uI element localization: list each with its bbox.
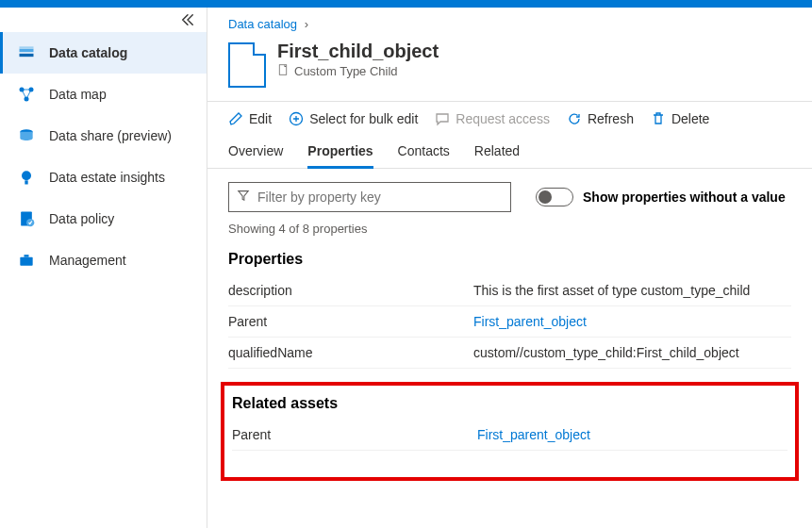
tabs: Overview Properties Contacts Related bbox=[207, 136, 812, 169]
svg-rect-1 bbox=[20, 54, 34, 57]
refresh-button[interactable]: Refresh bbox=[567, 111, 634, 126]
filter-input[interactable] bbox=[257, 190, 503, 205]
policy-icon bbox=[17, 209, 36, 228]
select-bulk-button[interactable]: Select for bulk edit bbox=[289, 111, 418, 126]
sidebar-item-label: Management bbox=[49, 253, 126, 268]
plus-circle-icon bbox=[289, 111, 304, 126]
property-row: ParentFirst_parent_object bbox=[228, 306, 791, 338]
request-access-label: Request access bbox=[456, 111, 550, 126]
type-badge-icon bbox=[277, 64, 289, 78]
svg-rect-0 bbox=[20, 49, 34, 52]
filter-icon bbox=[237, 189, 250, 206]
svg-rect-8 bbox=[25, 180, 27, 184]
trash-icon bbox=[651, 111, 666, 126]
asset-title: First_child_object bbox=[277, 41, 439, 62]
tab-related[interactable]: Related bbox=[474, 143, 520, 168]
sidebar-item-label: Data share (preview) bbox=[49, 128, 172, 143]
chevron-double-left-icon bbox=[181, 13, 194, 29]
property-row: qualifiedNamecustom//custom_type_child:F… bbox=[228, 338, 791, 369]
properties-header: Properties bbox=[228, 251, 791, 268]
property-link[interactable]: First_parent_object bbox=[477, 427, 590, 442]
request-access-button: Request access bbox=[435, 111, 550, 126]
share-icon bbox=[17, 126, 36, 145]
refresh-icon bbox=[567, 111, 582, 126]
svg-rect-12 bbox=[25, 255, 29, 257]
sidebar-item-label: Data map bbox=[49, 87, 107, 102]
filter-input-wrap bbox=[228, 182, 511, 212]
showing-count: Showing 4 of 8 properties bbox=[207, 218, 812, 245]
property-key: Parent bbox=[232, 427, 477, 442]
map-icon bbox=[17, 85, 36, 104]
property-key: description bbox=[228, 283, 473, 298]
tab-properties[interactable]: Properties bbox=[307, 143, 373, 169]
select-bulk-label: Select for bulk edit bbox=[309, 111, 418, 126]
edit-label: Edit bbox=[249, 111, 272, 126]
property-value: This is the first asset of type custom_t… bbox=[473, 283, 791, 298]
breadcrumb-root[interactable]: Data catalog bbox=[228, 17, 297, 31]
property-key: qualifiedName bbox=[228, 345, 473, 360]
sidebar-item-management[interactable]: Management bbox=[0, 239, 207, 281]
main-content: Data catalog › First_child_object Custom… bbox=[207, 8, 812, 528]
svg-point-7 bbox=[22, 171, 31, 180]
svg-rect-11 bbox=[20, 257, 32, 266]
property-row: ParentFirst_parent_object bbox=[232, 420, 787, 451]
sidebar-item-data-policy[interactable]: Data policy bbox=[0, 198, 207, 239]
sidebar-item-data-map[interactable]: Data map bbox=[0, 74, 207, 115]
tab-contacts[interactable]: Contacts bbox=[398, 143, 450, 168]
delete-label: Delete bbox=[671, 111, 709, 126]
tab-overview[interactable]: Overview bbox=[228, 143, 283, 168]
toolbar: Edit Select for bulk edit Request access… bbox=[207, 102, 812, 136]
property-value: First_parent_object bbox=[477, 427, 787, 442]
window-topbar bbox=[0, 0, 812, 8]
catalog-icon bbox=[17, 43, 36, 62]
property-value: custom//custom_type_child:First_child_ob… bbox=[473, 345, 791, 360]
related-header: Related assets bbox=[232, 395, 787, 412]
sidebar-nav: Data catalog Data map Data share (previe… bbox=[0, 32, 207, 281]
pencil-icon bbox=[228, 111, 243, 126]
property-link[interactable]: First_parent_object bbox=[473, 314, 587, 329]
management-icon bbox=[17, 251, 36, 270]
property-row: descriptionThis is the first asset of ty… bbox=[228, 275, 791, 306]
sidebar-item-label: Data policy bbox=[49, 211, 114, 226]
property-value: First_parent_object bbox=[473, 314, 791, 329]
asset-file-icon bbox=[228, 42, 266, 88]
breadcrumb: Data catalog › bbox=[207, 8, 812, 33]
refresh-label: Refresh bbox=[588, 111, 634, 126]
sidebar-item-label: Data catalog bbox=[49, 45, 127, 60]
sidebar-item-data-catalog[interactable]: Data catalog bbox=[0, 32, 207, 74]
delete-button[interactable]: Delete bbox=[651, 111, 709, 126]
edit-button[interactable]: Edit bbox=[228, 111, 272, 126]
chevron-right-icon: › bbox=[305, 17, 308, 31]
insights-icon bbox=[17, 168, 36, 187]
asset-type-label: Custom Type Child bbox=[294, 64, 398, 78]
collapse-sidebar-button[interactable] bbox=[178, 11, 197, 30]
properties-section: Properties descriptionThis is the first … bbox=[207, 245, 812, 374]
property-key: Parent bbox=[228, 314, 473, 329]
sidebar-item-data-insights[interactable]: Data estate insights bbox=[0, 157, 207, 198]
toggle-label: Show properties without a value bbox=[583, 190, 786, 205]
show-empty-toggle[interactable] bbox=[536, 188, 573, 206]
sidebar: Data catalog Data map Data share (previe… bbox=[0, 8, 207, 528]
sidebar-item-data-share[interactable]: Data share (preview) bbox=[0, 115, 207, 157]
sidebar-item-label: Data estate insights bbox=[49, 170, 165, 185]
chat-icon bbox=[435, 111, 450, 126]
related-assets-highlight: Related assets ParentFirst_parent_object bbox=[221, 382, 799, 481]
svg-rect-2 bbox=[20, 46, 34, 49]
